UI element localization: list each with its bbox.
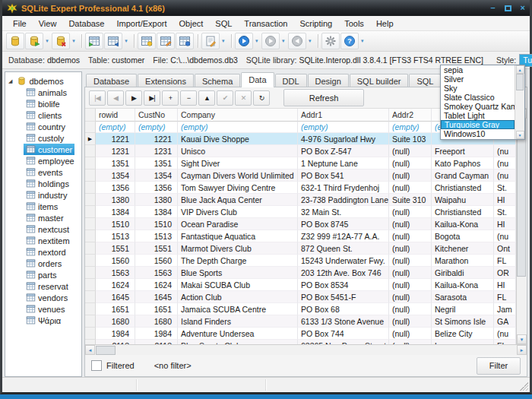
insert-record-button[interactable]: + [162, 90, 179, 106]
refresh-button[interactable]: Refresh [283, 89, 364, 106]
execute-current-button[interactable] [261, 33, 280, 49]
dropdown-arrow-icon[interactable]: ▼ [124, 39, 128, 43]
filter-cell[interactable]: (empty) [298, 122, 389, 133]
dropdown-arrow-icon[interactable]: ▼ [45, 39, 49, 43]
options-button[interactable] [321, 33, 340, 49]
popup-scroll-up-icon[interactable]: ▲ [516, 65, 524, 74]
filter-cell[interactable]: (empty) [96, 122, 135, 133]
style-option-sepia[interactable]: sepia [441, 65, 515, 74]
vertical-scroll-thumb[interactable] [517, 119, 526, 277]
tab-sql-builder[interactable]: SQL builder [350, 74, 409, 87]
column-header-rowid[interactable]: rowid [96, 109, 135, 122]
grid-row-1680[interactable]: 16801680Island Finders6133 1/3 Stone Ave… [85, 315, 516, 328]
filter-cell[interactable]: (empty) [135, 122, 178, 133]
post-edit-button[interactable]: ✔ [217, 90, 233, 106]
menu-item-view[interactable]: View [33, 17, 63, 30]
style-option-turquoise-gray[interactable]: Turquoise Gray [441, 120, 515, 129]
close-database-button[interactable] [52, 33, 70, 49]
tree-item-custoly[interactable]: custoly [5, 132, 81, 144]
menu-item-file[interactable]: File [7, 17, 33, 30]
tree-item-biolife[interactable]: biolife [5, 98, 81, 109]
menu-item-scripting[interactable]: Scripting [293, 17, 338, 30]
tree-item-nextcust[interactable]: nextcust [5, 223, 81, 235]
style-option-silver[interactable]: Silver [441, 74, 515, 84]
menu-item-import-export[interactable]: Import/Export [110, 17, 173, 30]
tree-item-dbdemos[interactable]: ◢dbdemos [5, 75, 81, 87]
tree-expander-icon[interactable]: ◢ [8, 78, 12, 84]
minimize-button[interactable]: – [490, 4, 495, 12]
tab-extensions[interactable]: Extensions [138, 74, 194, 87]
column-header-addr2[interactable]: Addr2 [389, 109, 432, 122]
new-view-button[interactable] [176, 33, 194, 49]
grid-row-1356[interactable]: 13561356Tom Sawyer Diving Centre632-1 Th… [85, 182, 516, 194]
tree-item-reservat[interactable]: reservat [5, 280, 81, 292]
help-button[interactable]: ? [340, 33, 359, 49]
new-sql-tab-button[interactable] [201, 33, 220, 49]
execute-sql-button[interactable] [235, 33, 253, 49]
grid-row-1551[interactable]: 15511551Marmot Divers Club872 Queen St.(… [85, 242, 516, 255]
style-option-sky[interactable]: Sky [441, 84, 515, 93]
dropdown-arrow-icon[interactable]: ▼ [360, 39, 365, 43]
resize-grip-icon[interactable] [520, 382, 528, 391]
scroll-down-icon[interactable]: ▼ [517, 334, 527, 344]
tree-item-industry[interactable]: industry [5, 189, 81, 201]
menu-item-sql[interactable]: SQL [209, 17, 238, 30]
tree-item-events[interactable]: events [5, 166, 81, 178]
tree-item-items[interactable]: items [5, 201, 81, 212]
grid-row-1984[interactable]: 19841984Adventure UnderseaPO Box 744(nul… [85, 328, 516, 340]
popup-scroll-down-icon[interactable]: ▼ [516, 131, 524, 139]
style-option-tablet-light[interactable]: Tablet Light [441, 111, 515, 120]
grid-row-1563[interactable]: 15631563Blue Sports203 12th Ave. Box 746… [85, 267, 516, 279]
import-data-button[interactable] [85, 33, 103, 49]
filter-cell[interactable]: (empty) [389, 122, 432, 133]
tree-item-country[interactable]: country [5, 121, 81, 132]
grid-row-1624[interactable]: 16241624Makai SCUBA ClubPO Box 8534(null… [85, 279, 516, 291]
tab-ddl[interactable]: DDL [275, 74, 307, 87]
tree-item-nextitem[interactable]: nextitem [5, 235, 81, 246]
new-database-button[interactable] [6, 33, 24, 49]
grid-row-1651[interactable]: 16511651Jamaica SCUBA CentrePO Box 68(nu… [85, 303, 516, 315]
new-table-button[interactable] [138, 33, 156, 49]
dropdown-arrow-icon[interactable]: ▼ [255, 39, 259, 43]
scroll-right-icon[interactable]: ► [517, 345, 527, 355]
column-header-custno[interactable]: CustNo [135, 109, 178, 122]
scroll-left-icon[interactable]: ◄ [85, 345, 95, 355]
filtered-checkbox[interactable] [91, 360, 102, 371]
menu-item-transaction[interactable]: Transaction [238, 17, 293, 30]
dropdown-arrow-icon[interactable]: ▼ [308, 39, 312, 43]
tab-database[interactable]: Database [86, 74, 137, 87]
cancel-edit-button[interactable]: ✕ [235, 90, 252, 106]
menu-item-tools[interactable]: Tools [338, 17, 370, 30]
filter-button[interactable]: Filter [477, 357, 521, 375]
grid-row-1354[interactable]: 13541354Cayman Divers World UnlimitedPO … [85, 169, 516, 182]
menu-item-database[interactable]: Database [62, 17, 110, 30]
grid-row-1645[interactable]: 16451645Action ClubPO Box 5451-F(null)Sa… [85, 291, 516, 303]
grid-row-1231[interactable]: 12311231UniscoPO Box Z-547(null)Freeport… [85, 145, 516, 157]
tree-item-clients[interactable]: clients [5, 109, 81, 121]
edit-record-button[interactable]: ▲ [198, 90, 215, 106]
tree-item-ψάρια[interactable]: Ψάρια [5, 315, 81, 326]
dropdown-arrow-icon[interactable]: ▼ [281, 39, 286, 43]
column-header-addr1[interactable]: Addr1 [298, 109, 389, 122]
dropdown-arrow-icon[interactable]: ▼ [221, 39, 226, 43]
grid-row-1513[interactable]: 15131513Fantastique AquaticaZ32 999 #12A… [85, 230, 516, 242]
close-button[interactable]: × [521, 4, 525, 12]
delete-record-button[interactable]: − [180, 90, 197, 106]
grid-row-1351[interactable]: 13511351Sight Diver1 Neptune Lane(null)K… [85, 157, 516, 169]
execute-previous-button[interactable] [288, 33, 306, 49]
tree-item-customer[interactable]: customer [5, 144, 81, 155]
tree-item-master[interactable]: master [5, 212, 81, 223]
style-option-windows10[interactable]: Windows10 [441, 129, 515, 138]
export-data-button[interactable] [104, 33, 122, 49]
menu-item-help[interactable]: Help [370, 17, 400, 30]
tab-sql[interactable]: SQL [409, 74, 441, 87]
next-record-button[interactable]: ▶ [125, 90, 142, 106]
style-option-slate-classico[interactable]: Slate Classico [441, 93, 515, 102]
column-header-company[interactable]: Company [178, 109, 298, 122]
tab-schema[interactable]: Schema [195, 74, 240, 87]
prior-record-button[interactable]: ◀ [107, 90, 124, 106]
tree-item-holdings[interactable]: holdings [5, 178, 81, 189]
tree-item-venues[interactable]: venues [5, 303, 81, 315]
design-table-button[interactable] [157, 33, 175, 49]
grid-row-1510[interactable]: 15101510Ocean ParadisePO Box 8745(null)K… [85, 218, 516, 230]
